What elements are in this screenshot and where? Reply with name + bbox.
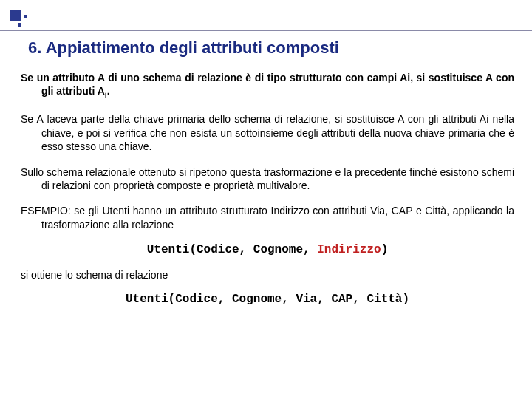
followup-text: si ottiene lo schema di relazione xyxy=(21,268,514,282)
schema-before: Utenti(Codice, Cognome, Indirizzo) xyxy=(21,243,514,256)
paragraph-3: Sullo schema relazionale ottenuto si rip… xyxy=(21,166,514,193)
paragraph-1: Se un attributo A di uno schema di relaz… xyxy=(21,71,514,100)
schema-before-suffix: ) xyxy=(381,243,389,256)
slide-content: 6. Appiattimento degli attributi compost… xyxy=(21,38,514,318)
schema-after: Utenti(Codice, Cognome, Via, CAP, Città) xyxy=(21,293,514,306)
schema-before-highlight: Indirizzo xyxy=(317,243,381,256)
decor-square-small-1 xyxy=(24,15,27,18)
decor-horizontal-line xyxy=(0,30,532,31)
paragraph-1-text-b: . xyxy=(107,85,110,97)
slide-title: 6. Appiattimento degli attributi compost… xyxy=(28,38,514,58)
schema-before-prefix: Utenti(Codice, Cognome, xyxy=(147,243,317,256)
paragraph-2: Se A faceva parte della chiave primaria … xyxy=(21,112,514,153)
decor-square-large xyxy=(10,10,21,21)
paragraph-1-text-a: Se un attributo A di uno schema di relaz… xyxy=(21,72,514,97)
decor-square-small-2 xyxy=(18,23,21,27)
paragraph-4: ESEMPIO: se gli Utenti hanno un attribut… xyxy=(21,204,514,231)
